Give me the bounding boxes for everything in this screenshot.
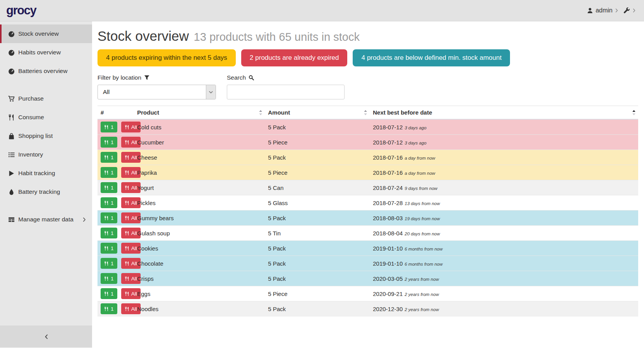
consume-one-button[interactable]: 1 [101, 243, 117, 254]
sidebar-item-manage-master-data[interactable]: Manage master data [0, 210, 92, 229]
date-value: 2019-01-10 [373, 260, 403, 267]
sidebar-item-batteries-overview[interactable]: Batteries overview [0, 62, 92, 80]
utensils-icon [104, 276, 109, 281]
main-content: Stock overview 13 products with 65 units… [92, 21, 644, 348]
table-row: 1 All Pickles 5 Glass 2018-07-2813 days … [97, 195, 638, 211]
consume-all-label: All [131, 276, 137, 282]
settings-menu[interactable] [623, 7, 636, 14]
consume-one-button[interactable]: 1 [101, 152, 117, 163]
consume-one-label: 1 [111, 200, 114, 206]
amount-cell: 5 Piece [265, 135, 370, 150]
column-header-product-label: Product [137, 109, 159, 116]
amount-cell: 5 Pack [265, 301, 370, 317]
consume-one-button[interactable]: 1 [101, 182, 117, 193]
consume-one-button[interactable]: 1 [101, 228, 117, 238]
consume-one-button[interactable]: 1 [101, 288, 117, 299]
location-select[interactable]: All [97, 85, 216, 99]
sidebar-item-inventory[interactable]: Inventory [0, 145, 92, 164]
amount-cell: 5 Pack [265, 150, 370, 165]
row-actions-cell: 1 All [97, 241, 134, 256]
table-row: 1 All Eggs 5 Piece 2020-09-212 years fro… [97, 286, 638, 301]
column-header-best-before[interactable]: Next best before date [370, 106, 638, 120]
consume-one-button[interactable]: 1 [101, 273, 117, 284]
wrench-icon [623, 7, 630, 14]
best-before-cell: 2018-08-0319 days from now [370, 211, 638, 226]
date-relative: 19 days from now [405, 216, 440, 221]
sidebar-item-label: Inventory [18, 151, 43, 158]
consume-one-button[interactable]: 1 [101, 212, 117, 223]
consume-one-button[interactable]: 1 [101, 258, 117, 269]
sidebar-item-stock-overview[interactable]: Stock overview [0, 24, 92, 43]
consume-all-label: All [131, 306, 137, 312]
sidebar-item-consume[interactable]: Consume [0, 108, 92, 127]
sidebar-nav: Stock overview Habits overview Batteries… [0, 21, 92, 229]
table-row: 1 All Gulash soup 5 Tin 2018-08-0420 day… [97, 226, 638, 241]
product-cell: Paprika [134, 165, 265, 180]
sidebar-item-shopping-list[interactable]: Shopping list [0, 127, 92, 145]
top-bar: grocy admin [0, 0, 644, 21]
sidebar-item-purchase[interactable]: Purchase [0, 89, 92, 108]
gauge-icon [8, 31, 15, 37]
consume-all-label: All [131, 261, 137, 266]
sidebar-item-battery-tracking[interactable]: Battery tracking [0, 183, 92, 201]
table-header-row: # Product Amount [97, 106, 638, 120]
utensils-icon [8, 114, 15, 121]
below-min-stock-badge[interactable]: 4 products are below defined min. stock … [353, 49, 510, 66]
utensils-icon [125, 276, 129, 281]
product-cell: Eggs [134, 286, 265, 301]
utensils-icon [125, 246, 129, 251]
table-row: 1 All Cookies 5 Pack 2019-01-106 months … [97, 241, 638, 256]
column-header-product[interactable]: Product [134, 106, 265, 120]
location-select-value: All [103, 89, 110, 96]
column-header-amount[interactable]: Amount [265, 106, 370, 120]
stock-table-body: 1 All Cold cuts 5 Pack 2018-07-123 days … [97, 119, 638, 317]
row-actions-cell: 1 All [97, 195, 134, 211]
utensils-icon [104, 306, 109, 311]
sidebar-item-label: Consume [18, 114, 44, 121]
search-input[interactable] [227, 85, 345, 99]
row-actions-cell: 1 All [97, 135, 134, 150]
utensils-icon [125, 231, 129, 236]
best-before-cell: 2018-07-16a day from now [370, 165, 638, 180]
sidebar: Stock overview Habits overview Batteries… [0, 21, 92, 348]
chevron-right-icon [82, 218, 87, 222]
sort-icon-active [631, 109, 637, 116]
select-dropdown-button[interactable] [206, 85, 216, 99]
search-label: Search [227, 74, 345, 81]
amount-cell: 5 Pack [265, 211, 370, 226]
chevron-right-icon [615, 8, 619, 13]
row-actions-cell: 1 All [97, 256, 134, 271]
table-icon [8, 216, 15, 223]
table-row: 1 All Paprika 5 Piece 2018-07-16a day fr… [97, 165, 638, 180]
consume-one-button[interactable]: 1 [101, 122, 117, 132]
date-value: 2020-03-05 [373, 275, 403, 282]
user-menu[interactable]: admin [587, 7, 619, 14]
consume-one-button[interactable]: 1 [101, 303, 117, 314]
consume-one-button[interactable]: 1 [101, 197, 117, 208]
sidebar-item-habit-tracking[interactable]: Habit tracking [0, 164, 92, 183]
consume-one-button[interactable]: 1 [101, 167, 117, 178]
sidebar-item-label: Stock overview [18, 30, 59, 37]
product-cell: Cold cuts [134, 119, 265, 135]
sidebar-item-habits-overview[interactable]: Habits overview [0, 43, 92, 62]
date-value: 2018-07-12 [373, 124, 403, 130]
chevron-down-icon [209, 91, 213, 94]
consume-all-label: All [131, 139, 137, 145]
sort-icon [258, 109, 263, 116]
table-row: 1 All Crisps 5 Pack 2020-03-052 years fr… [97, 271, 638, 286]
consume-one-label: 1 [111, 291, 114, 297]
consume-one-button[interactable]: 1 [101, 137, 117, 148]
product-cell: Crisps [134, 271, 265, 286]
utensils-icon [125, 291, 129, 296]
row-actions-cell: 1 All [97, 286, 134, 301]
best-before-cell: 2020-09-212 years from now [370, 286, 638, 301]
consume-all-label: All [131, 124, 137, 130]
shopping-cart-icon [8, 96, 15, 102]
amount-cell: 5 Glass [265, 195, 370, 211]
expired-products-badge[interactable]: 2 products are already expired [241, 49, 348, 66]
expiring-products-badge[interactable]: 4 products expiring within the next 5 da… [97, 49, 236, 66]
table-row: 1 All Yogurt 5 Can 2018-07-249 days from… [97, 180, 638, 195]
sidebar-collapse-button[interactable] [0, 325, 92, 348]
date-relative: 13 days from now [405, 201, 440, 206]
utensils-icon [125, 261, 129, 266]
